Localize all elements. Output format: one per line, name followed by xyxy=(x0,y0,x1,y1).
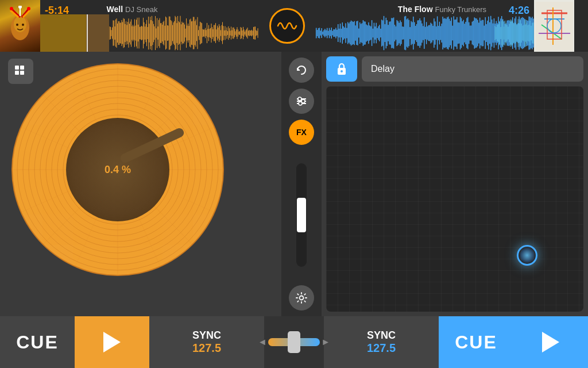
crossfader-area: ◄ ► xyxy=(264,316,324,368)
left-sync-label: SYNC xyxy=(192,329,221,342)
right-play-icon xyxy=(542,332,559,352)
crossfader-thumb[interactable] xyxy=(288,331,300,353)
right-panel: Delay xyxy=(322,52,588,316)
right-waveform xyxy=(316,14,534,52)
svg-point-10 xyxy=(16,24,18,26)
logo-circle xyxy=(269,8,305,44)
fx-pad[interactable] xyxy=(326,86,583,312)
right-track-artist: Funky Trunkers xyxy=(435,5,487,14)
loop-button[interactable] xyxy=(289,57,314,83)
right-sync-label: SYNC xyxy=(367,329,396,342)
svg-point-9 xyxy=(18,6,22,9)
center-logo xyxy=(264,0,310,52)
left-deck: 0.4 % xyxy=(0,52,281,316)
right-sync-button[interactable]: SYNC 127.5 xyxy=(324,316,439,368)
fx-label: FX xyxy=(296,128,307,137)
left-deck-header: -5:14 Well DJ Sneak xyxy=(0,0,264,52)
lock-button[interactable] xyxy=(326,56,357,82)
svg-rect-12 xyxy=(536,2,573,51)
right-track-title: The Flow xyxy=(398,5,433,14)
right-track-info: The Flow Funky Trunkers xyxy=(398,5,486,14)
svg-point-11 xyxy=(22,24,24,26)
center-controls: FX xyxy=(281,52,322,316)
svg-point-48 xyxy=(300,296,304,300)
right-album-art xyxy=(534,0,574,52)
left-album-art xyxy=(0,0,40,52)
left-cue-button[interactable]: CUE xyxy=(0,316,75,368)
turntable[interactable]: 0.4 % xyxy=(11,63,224,276)
left-track-title: Well xyxy=(107,5,123,14)
pitch-thumb[interactable] xyxy=(297,198,306,232)
bottom-bar: CUE SYNC 127.5 ◄ ► SYNC 127.5 CUE xyxy=(0,316,588,368)
left-track-info: Well DJ Sneak xyxy=(107,5,158,14)
svg-point-7 xyxy=(10,7,13,10)
right-cue-button[interactable]: CUE xyxy=(439,316,513,368)
left-track-artist: DJ Sneak xyxy=(125,5,157,14)
pitch-slider-area xyxy=(281,151,322,279)
svg-point-50 xyxy=(341,70,343,72)
svg-point-45 xyxy=(298,97,301,101)
left-play-icon xyxy=(103,332,121,352)
fx-toggle-button[interactable]: FX xyxy=(289,120,314,145)
crossfader-track[interactable] xyxy=(268,338,320,346)
turntable-center: 0.4 % xyxy=(66,118,169,221)
right-play-button[interactable] xyxy=(513,316,588,368)
pitch-track xyxy=(296,163,307,267)
crossfader-right-arrow: ► xyxy=(321,337,330,347)
left-sync-button[interactable]: SYNC 127.5 xyxy=(149,316,264,368)
right-sync-value: 127.5 xyxy=(367,342,396,355)
svg-point-8 xyxy=(27,7,30,10)
svg-point-47 xyxy=(299,102,302,105)
left-sync-value: 127.5 xyxy=(192,342,221,355)
fx-name-display: Delay xyxy=(362,56,583,82)
left-deck-controls: CUE SYNC 127.5 xyxy=(0,316,264,368)
fx-dot[interactable] xyxy=(517,245,537,266)
turntable-percentage: 0.4 % xyxy=(105,164,131,176)
right-deck-controls: SYNC 127.5 CUE xyxy=(324,316,588,368)
eq-button[interactable] xyxy=(289,89,314,114)
left-play-button[interactable] xyxy=(75,316,149,368)
settings-button[interactable] xyxy=(289,285,314,310)
fx-header: Delay xyxy=(322,52,588,86)
top-bar: -5:14 Well DJ Sneak xyxy=(0,0,588,52)
crossfader-left-arrow: ◄ xyxy=(258,337,267,347)
main-area: 0.4 % FX xyxy=(0,52,588,316)
left-waveform xyxy=(40,14,258,52)
right-deck-header: 4:26 The Flow Funky Trunkers xyxy=(310,0,574,52)
